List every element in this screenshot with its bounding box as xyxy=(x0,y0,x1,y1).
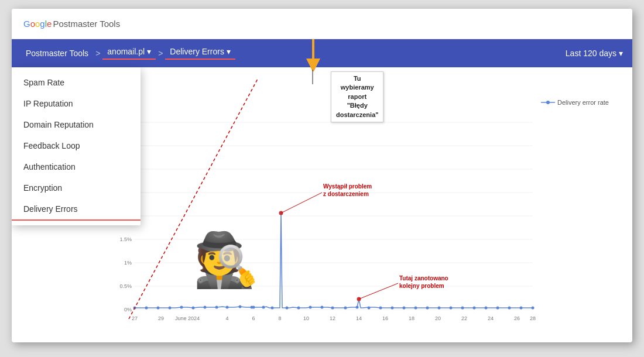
nav-domain-arrow: ▾ xyxy=(147,47,151,56)
svg-point-64 xyxy=(379,307,382,310)
svg-point-46 xyxy=(204,306,207,309)
svg-text:12: 12 xyxy=(330,315,335,321)
top-bar: Google Postmaster Tools xyxy=(12,9,632,39)
svg-point-45 xyxy=(192,307,195,310)
dropdown-feedback-loop[interactable]: Feedback Loop xyxy=(12,135,141,156)
nav-sep1: > xyxy=(93,49,102,58)
svg-text:28: 28 xyxy=(530,315,536,321)
svg-point-60 xyxy=(344,307,347,310)
svg-point-53 xyxy=(271,307,274,310)
chart-title-bar: Delivery Errors ? xyxy=(59,79,615,90)
dropdown-encryption[interactable]: Encryption xyxy=(12,177,141,198)
nav-time-range-arrow: ▾ xyxy=(619,49,623,58)
legend-line-icon xyxy=(541,99,555,105)
legend-label: Delivery error rate xyxy=(557,99,609,106)
svg-point-70 xyxy=(450,307,453,310)
svg-text:18: 18 xyxy=(409,315,415,321)
chart-legend: Delivery error rate xyxy=(541,99,609,106)
svg-text:z dostarczeniem: z dostarczeniem xyxy=(323,191,369,197)
svg-point-69 xyxy=(438,307,441,310)
svg-text:June 2024: June 2024 xyxy=(175,315,200,321)
nav-section-label: Delivery Errors xyxy=(170,47,224,56)
svg-point-44 xyxy=(180,306,183,309)
svg-text:22: 22 xyxy=(461,315,467,321)
nav-domain-dropdown[interactable]: anomail.pl ▾ xyxy=(102,47,156,60)
svg-point-71 xyxy=(461,307,464,310)
svg-text:27: 27 xyxy=(132,315,138,321)
svg-point-73 xyxy=(485,307,488,310)
svg-point-51 xyxy=(252,306,255,309)
browser-window: Google Postmaster Tools Postmaster Tools… xyxy=(12,9,632,342)
svg-text:Tutaj zanotowano: Tutaj zanotowano xyxy=(399,275,448,282)
nav-section-dropdown[interactable]: Delivery Errors ▾ xyxy=(165,47,235,60)
svg-point-42 xyxy=(157,307,160,310)
svg-text:26: 26 xyxy=(514,315,520,321)
svg-text:0.5%: 0.5% xyxy=(119,283,132,289)
svg-point-65 xyxy=(391,307,394,310)
dropdown-ip-reputation[interactable]: IP Reputation xyxy=(12,93,141,114)
main-content: Spam Rate IP Reputation Domain Reputatio… xyxy=(12,67,632,342)
nav-time-range[interactable]: Last 120 days ▾ xyxy=(566,49,623,58)
dropdown-menu: Spam Rate IP Reputation Domain Reputatio… xyxy=(12,67,141,225)
svg-text:4: 4 xyxy=(225,315,228,321)
dropdown-authentication[interactable]: Authentication xyxy=(12,156,141,177)
svg-point-77 xyxy=(532,307,535,310)
svg-text:29: 29 xyxy=(158,315,164,321)
svg-point-74 xyxy=(496,307,499,310)
svg-text:1%: 1% xyxy=(124,260,132,266)
svg-text:kolejny problem: kolejny problem xyxy=(399,283,444,289)
svg-text:24: 24 xyxy=(488,315,494,321)
dropdown-spam-rate[interactable]: Spam Rate xyxy=(12,72,141,93)
svg-text:6: 6 xyxy=(252,315,255,321)
nav-domain-label: anomail.pl xyxy=(107,47,145,56)
dropdown-delivery-errors[interactable]: Delivery Errors xyxy=(12,198,141,221)
svg-point-67 xyxy=(415,307,417,310)
svg-text:Wystąpił problem: Wystąpił problem xyxy=(323,183,372,190)
nav-bar: Postmaster Tools > anomail.pl ▾ > Delive… xyxy=(12,39,632,67)
svg-text:8: 8 xyxy=(278,315,281,321)
svg-text:14: 14 xyxy=(356,315,362,321)
svg-point-75 xyxy=(508,307,511,310)
svg-point-40 xyxy=(133,307,136,310)
nav-postmaster-tools[interactable]: Postmaster Tools xyxy=(21,49,93,58)
svg-point-61 xyxy=(356,306,359,309)
svg-line-81 xyxy=(359,283,398,299)
google-logo: Google xyxy=(23,19,52,29)
svg-text:20: 20 xyxy=(435,315,441,321)
svg-point-49 xyxy=(239,305,242,308)
svg-point-72 xyxy=(473,307,476,310)
svg-point-63 xyxy=(368,307,371,310)
svg-point-59 xyxy=(331,307,334,310)
svg-text:16: 16 xyxy=(382,315,388,321)
svg-point-47 xyxy=(215,306,218,309)
svg-point-52 xyxy=(262,306,265,309)
svg-point-58 xyxy=(321,306,324,309)
nav-time-range-label: Last 120 days xyxy=(566,49,616,58)
svg-point-76 xyxy=(520,307,523,310)
svg-point-41 xyxy=(145,307,148,310)
svg-point-68 xyxy=(426,307,429,310)
svg-point-5 xyxy=(546,101,550,104)
nav-sep2: > xyxy=(156,49,165,58)
svg-text:1.5%: 1.5% xyxy=(119,236,132,242)
postmaster-logo-text: Postmaster Tools xyxy=(53,19,120,29)
svg-point-48 xyxy=(226,306,229,309)
svg-point-43 xyxy=(169,307,172,310)
svg-point-55 xyxy=(286,307,289,310)
nav-section-arrow: ▾ xyxy=(227,47,231,56)
svg-text:10: 10 xyxy=(303,315,309,321)
svg-text:0%: 0% xyxy=(124,307,132,313)
svg-point-66 xyxy=(403,307,406,310)
svg-point-57 xyxy=(309,306,312,309)
dropdown-domain-reputation[interactable]: Domain Reputation xyxy=(12,114,141,135)
svg-point-56 xyxy=(297,307,300,310)
svg-line-78 xyxy=(281,193,322,213)
